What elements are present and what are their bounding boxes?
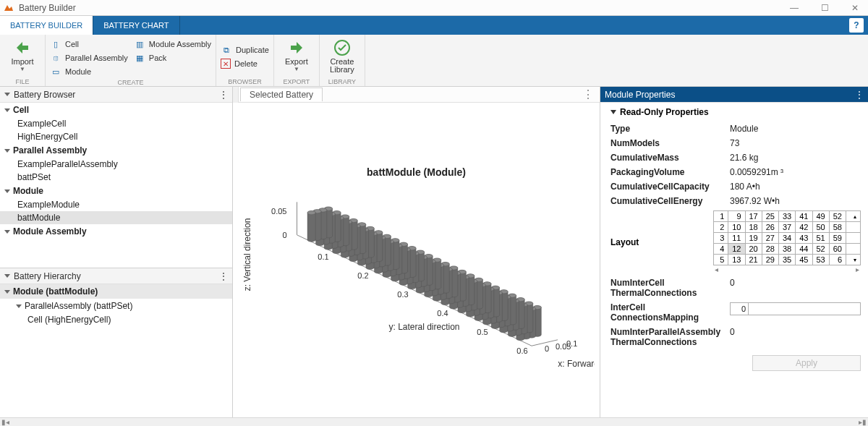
- layout-cell[interactable]: 35: [779, 255, 796, 265]
- layout-cell[interactable]: 12: [728, 244, 745, 255]
- layout-cell[interactable]: 51: [812, 233, 829, 244]
- layout-cell[interactable]: 10: [728, 222, 745, 233]
- svg-text:0: 0: [282, 231, 286, 239]
- layout-cell[interactable]: 17: [745, 211, 762, 222]
- layout-cell[interactable]: 50: [812, 222, 829, 233]
- export-button[interactable]: Export ▼: [278, 38, 315, 72]
- layout-cell[interactable]: 25: [762, 211, 778, 222]
- section-readonly[interactable]: Read-Only Properties: [610, 107, 861, 117]
- duplicate-button[interactable]: ⧉Duplicate: [221, 43, 269, 56]
- scroll-left-icon[interactable]: ▮◂: [1, 418, 9, 426]
- layout-cell[interactable]: 5: [714, 255, 728, 265]
- layout-cell[interactable]: 41: [796, 211, 812, 222]
- layout-cell[interactable]: 2: [714, 222, 728, 233]
- layout-cell[interactable]: 19: [745, 233, 762, 244]
- battery-3d-view[interactable]: battModule (Module) 00.050.10.20.30.40.5…: [233, 103, 600, 417]
- browser-item[interactable]: ExampleModule: [0, 198, 232, 211]
- layout-cell[interactable]: 52: [812, 244, 829, 255]
- layout-cell[interactable]: 28: [762, 244, 778, 255]
- panel-menu-icon[interactable]: ⋮: [219, 271, 228, 281]
- bottom-scroll-bar[interactable]: ▮◂ ▸▮: [0, 417, 868, 426]
- layout-cell[interactable]: 60: [829, 244, 846, 255]
- browser-group[interactable]: Module: [0, 184, 232, 198]
- tab-selected-battery[interactable]: Selected Battery: [240, 88, 323, 101]
- prop-row: PackagingVolume0.0059291m ³: [610, 165, 861, 179]
- properties-pane: Module Properties ⋮ Read-Only Properties…: [600, 87, 868, 417]
- dock-handle[interactable]: [233, 87, 239, 103]
- layout-cell[interactable]: 9: [728, 211, 745, 222]
- panel-menu-icon[interactable]: ⋮: [855, 90, 864, 100]
- layout-cell[interactable]: 58: [829, 222, 846, 233]
- panel-menu-icon[interactable]: ⋮: [582, 88, 594, 101]
- layout-cell[interactable]: 34: [779, 233, 796, 244]
- layout-cell[interactable]: 18: [745, 222, 762, 233]
- layout-cell[interactable]: 53: [812, 255, 829, 265]
- layout-cell[interactable]: 37: [779, 222, 796, 233]
- help-button[interactable]: ?: [849, 18, 864, 33]
- layout-cell[interactable]: 52: [829, 211, 846, 222]
- hierarchy-node[interactable]: ParallelAssembly (battPSet): [0, 299, 232, 313]
- window-title: Battery Builder: [19, 3, 784, 13]
- browser-group[interactable]: Parallel Assembly: [0, 143, 232, 158]
- browser-item[interactable]: ExampleCell: [0, 117, 232, 130]
- table-scroll-hint: ◂▸: [713, 265, 861, 273]
- import-icon: [13, 38, 32, 58]
- browser-item[interactable]: ExampleParallelAssembly: [0, 158, 232, 171]
- battery-hierarchy-tree[interactable]: Module (battModule) ParallelAssembly (ba…: [0, 284, 232, 417]
- layout-cell[interactable]: 49: [812, 211, 829, 222]
- scroll-right-icon[interactable]: ▸▮: [859, 418, 867, 426]
- create-pack-button[interactable]: ▦Pack: [134, 51, 211, 64]
- close-button[interactable]: ✕: [845, 1, 865, 14]
- battery-browser-tree[interactable]: CellExampleCellHighEnergyCellParallel As…: [0, 103, 232, 268]
- maximize-button[interactable]: ☐: [814, 1, 835, 14]
- layout-cell[interactable]: 45: [796, 255, 812, 265]
- browser-group[interactable]: Module Assembly: [0, 224, 232, 239]
- create-library-button[interactable]: CreateLibrary: [324, 38, 360, 74]
- create-cell-button[interactable]: ▯Cell: [50, 38, 128, 51]
- layout-cell[interactable]: 26: [762, 222, 778, 233]
- layout-cell[interactable]: 4: [714, 244, 728, 255]
- dropdown-icon: ▼: [294, 66, 299, 72]
- module-properties-title: Module Properties: [605, 90, 675, 100]
- layout-cell[interactable]: 33: [779, 211, 796, 222]
- prop-value: 0: [730, 327, 861, 347]
- dropdown-icon: ▼: [20, 66, 25, 72]
- hierarchy-root[interactable]: Module (battModule): [0, 284, 232, 299]
- layout-cell[interactable]: 43: [796, 233, 812, 244]
- battery-hierarchy-panel: Battery Hierarchy ⋮ Module (battModule) …: [0, 268, 232, 417]
- layout-table[interactable]: 19172533414952▴210182637425058 311192734…: [713, 210, 861, 265]
- tab-battery-builder[interactable]: BATTERY BUILDER: [0, 16, 93, 35]
- battery-browser-title: Battery Browser: [14, 90, 75, 100]
- browser-group[interactable]: Cell: [0, 103, 232, 117]
- browser-item[interactable]: battPSet: [0, 171, 232, 184]
- delete-button[interactable]: ✕Delete: [221, 57, 269, 70]
- layout-cell[interactable]: 38: [779, 244, 796, 255]
- layout-cell[interactable]: 27: [762, 233, 778, 244]
- layout-cell[interactable]: 11: [728, 233, 745, 244]
- create-parallel-assembly-button[interactable]: ⎅Parallel Assembly: [50, 51, 128, 64]
- create-module-assembly-button[interactable]: ▥Module Assembly: [134, 38, 211, 51]
- layout-cell[interactable]: 3: [714, 233, 728, 244]
- prop-key: CumulativeMass: [610, 153, 730, 163]
- panel-menu-icon[interactable]: ⋮: [219, 90, 228, 100]
- layout-cell[interactable]: 13: [728, 255, 745, 265]
- layout-cell[interactable]: 6: [829, 255, 846, 265]
- layout-cell[interactable]: 59: [829, 233, 846, 244]
- intercell-mapping-input[interactable]: 0: [730, 302, 861, 323]
- layout-cell[interactable]: 44: [796, 244, 812, 255]
- browser-item[interactable]: battModule: [0, 211, 232, 224]
- hierarchy-leaf[interactable]: Cell (HighEnergyCell): [0, 313, 232, 326]
- layout-cell[interactable]: 29: [762, 255, 778, 265]
- layout-cell[interactable]: 1: [714, 211, 728, 222]
- apply-button[interactable]: Apply: [752, 355, 861, 371]
- collapse-icon[interactable]: [4, 93, 10, 96]
- create-module-button[interactable]: ▭Module: [50, 65, 128, 78]
- layout-cell[interactable]: 20: [745, 244, 762, 255]
- layout-cell[interactable]: 21: [745, 255, 762, 265]
- minimize-button[interactable]: —: [784, 1, 804, 14]
- import-button[interactable]: Import ▼: [4, 38, 41, 72]
- browser-item[interactable]: HighEnergyCell: [0, 130, 232, 143]
- collapse-icon[interactable]: [4, 274, 10, 278]
- layout-cell[interactable]: 42: [796, 222, 812, 233]
- tab-battery-chart[interactable]: BATTERY CHART: [93, 16, 179, 35]
